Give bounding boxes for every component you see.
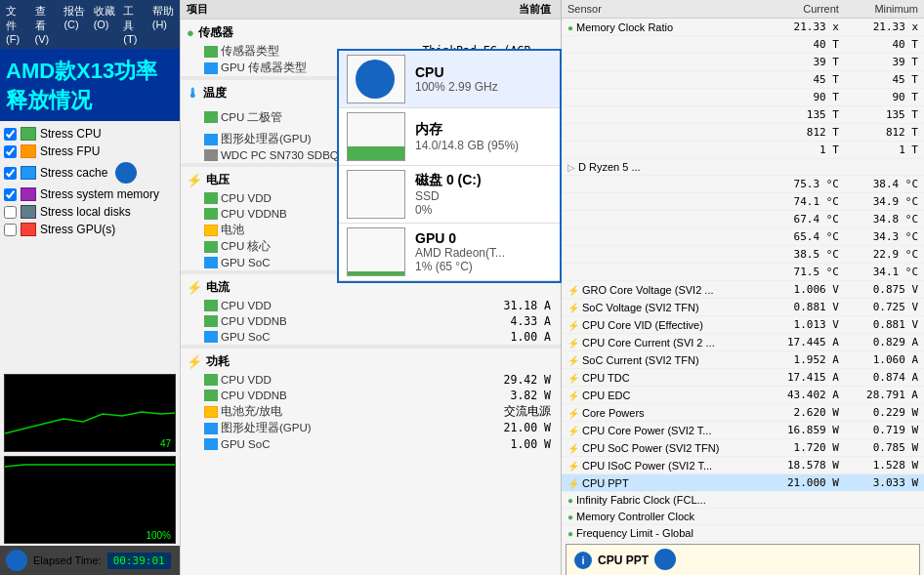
table-row[interactable]: 40 T40 T	[562, 36, 924, 54]
table-row[interactable]: ●Infinity Fabric Clock (FCL...	[562, 492, 924, 509]
overlay-disk-title: 磁盘 0 (C:)	[415, 172, 482, 189]
cpuvddnb-pow-row[interactable]: CPU VDDNB 3.82 W	[181, 388, 561, 403]
table-row[interactable]: 71.5 °C34.1 °C	[562, 264, 924, 281]
table-header-row: Sensor Current Minimum	[562, 0, 924, 19]
sensor-label: D Ryzen 5 ...	[578, 161, 641, 173]
sensor-label	[567, 74, 579, 86]
checkbox-cpu[interactable]	[4, 128, 17, 141]
sensor-label: Memory Clock Ratio	[576, 21, 673, 33]
voltage-section-icon: ⚡	[187, 173, 202, 187]
battery-volt-label: 电池	[204, 223, 244, 237]
table-row[interactable]: 74.1 °C34.9 °C	[562, 193, 924, 211]
col-minimum: Minimum	[845, 0, 924, 19]
table-row[interactable]: 75.3 °C38.4 °C	[562, 176, 924, 193]
table-row[interactable]: ●Memory Clock Ratio21.33 x21.33 x	[562, 19, 924, 36]
menu-view[interactable]: 查看(V)	[35, 4, 57, 45]
sensor-label-cell: ●Frequency Limit - Global	[562, 525, 766, 542]
table-row[interactable]: 67.4 °C34.8 °C	[562, 211, 924, 228]
table-row[interactable]: ⚡SoC Current (SVI2 TFN)1.952 A1.060 A	[562, 351, 924, 369]
gpusoc-pow-row[interactable]: GPU SoC 1.00 W	[181, 436, 561, 452]
sensor-label	[567, 127, 579, 139]
table-row[interactable]: ⚡CPU Core Power (SVI2 T...16.859 W0.719 …	[562, 422, 924, 439]
middle-wrapper: 项目 当前值 ● 传感器 传感器类型 ThinkPad EC (ACP... G…	[181, 0, 562, 575]
checkbox-cache[interactable]	[4, 167, 17, 180]
table-row[interactable]: ⚡CPU SoC Power (SVI2 TFN)1.720 W0.785 W	[562, 439, 924, 457]
menu-tools[interactable]: 工具(T)	[123, 4, 145, 45]
table-row[interactable]: ▷D Ryzen 5 ...	[562, 159, 924, 176]
table-row[interactable]: 38.5 °C22.9 °C	[562, 246, 924, 264]
table-row[interactable]: 90 T90 T	[562, 89, 924, 106]
sensor-current-cell: 39 T	[766, 54, 845, 71]
cpuvddnb-cur-row[interactable]: CPU VDDNB 4.33 A	[181, 313, 561, 329]
gpusoc-cur-row[interactable]: GPU SoC 1.00 A	[181, 329, 561, 345]
checkbox-fpu[interactable]	[4, 145, 17, 158]
menu-file[interactable]: 文件(F)	[6, 4, 27, 45]
check-mem: Stress system memory	[4, 187, 176, 201]
menu-report[interactable]: 报告(C)	[63, 4, 85, 45]
table-row[interactable]: ⚡CPU PPT21.000 W3.033 W	[562, 474, 924, 492]
table-row[interactable]: ●Frequency Limit - Global	[562, 525, 924, 542]
page-title: AMD款X13功率释放情况	[0, 49, 180, 121]
checkbox-mem[interactable]	[4, 188, 17, 201]
temp-section-icon: 🌡	[187, 86, 199, 101]
sensor-current-cell	[766, 159, 845, 176]
sensor-label-cell: ⚡GRO Core Voltage (SVI2 ...	[562, 281, 766, 299]
table-row[interactable]: 45 T45 T	[562, 71, 924, 89]
sensor-current-cell: 135 T	[766, 106, 845, 124]
table-row[interactable]: ⚡CPU ISoC Power (SVI2 T...18.578 W1.528 …	[562, 457, 924, 474]
menu-help[interactable]: 帮助(H)	[152, 4, 174, 45]
sensor-minimum-cell: 34.9 °C	[845, 193, 924, 211]
cpuvdd-pow-icon	[204, 374, 218, 386]
graph-label-1: 47	[160, 438, 171, 449]
sensor-label-cell: ⚡CPU TDC	[562, 369, 766, 387]
checkbox-gpu[interactable]	[4, 224, 17, 236]
table-row[interactable]: ⚡Core Powers2.620 W0.229 W	[562, 404, 924, 422]
sensor-orange-icon: ⚡	[567, 320, 579, 331]
sensor-orange-icon: ⚡	[567, 443, 579, 454]
table-row[interactable]: ⚡GRO Core Voltage (SVI2 ...1.006 V0.875 …	[562, 281, 924, 299]
gpu-icon	[21, 223, 36, 236]
table-row[interactable]: 1 T1 T	[562, 142, 924, 159]
graph-label-2: 100%	[146, 530, 171, 541]
cpuvdd-cur-row[interactable]: CPU VDD 31.18 A	[181, 298, 561, 313]
sensor-minimum-cell: 40 T	[845, 36, 924, 54]
sensor-label: Frequency Limit - Global	[576, 527, 693, 539]
section-power-label: 功耗	[206, 353, 230, 370]
current-section-icon: ⚡	[187, 280, 202, 295]
table-row[interactable]: 812 T812 T	[562, 124, 924, 142]
sensor-label	[567, 109, 579, 121]
table-row[interactable]: ⚡CPU Core Current (SVI 2 ...17.445 A0.82…	[562, 334, 924, 351]
cpuvdd-pow-row[interactable]: CPU VDD 29.42 W	[181, 372, 561, 388]
table-row[interactable]: ⚡CPU TDC17.415 A0.874 A	[562, 369, 924, 387]
table-row[interactable]: ⚡SoC Voltage (SVI2 TFN)0.881 V0.725 V	[562, 299, 924, 316]
sensor-current-cell	[766, 492, 845, 509]
sensor-label-cell	[562, 211, 766, 228]
ssd-temp-icon	[204, 149, 218, 161]
sensor-current-cell: 2.620 W	[766, 404, 845, 422]
gpusoc-pow-value: 1.00 W	[510, 437, 551, 451]
sensor-minimum-cell: 34.3 °C	[845, 228, 924, 246]
gpu-pow-row[interactable]: 图形处理器(GPU) 21.00 W	[181, 420, 561, 436]
sensor-orange-icon: ⚡	[567, 355, 579, 366]
cpuvddnb-pow-label: CPU VDDNB	[204, 389, 287, 402]
table-row[interactable]: ⚡CPU EDC43.402 A28.791 A	[562, 387, 924, 404]
table-row[interactable]: ⚡CPU Core VID (Effective)1.013 V0.881 V	[562, 316, 924, 334]
sensor-label-cell	[562, 89, 766, 106]
sensor-label: CPU EDC	[582, 390, 631, 401]
sensor-minimum-cell: 34.1 °C	[845, 264, 924, 281]
menu-favorites[interactable]: 收藏(O)	[94, 4, 116, 45]
overlay-disk-info: 磁盘 0 (C:) SSD 0%	[415, 172, 482, 217]
sensor-current-cell: 1.013 V	[766, 316, 845, 334]
table-row[interactable]: ●Memory Controller Clock	[562, 509, 924, 525]
sensor-minimum-cell: 135 T	[845, 106, 924, 124]
overlay-cpu-bar	[347, 55, 405, 103]
right-indicator-dot	[654, 549, 676, 572]
checkbox-disk[interactable]	[4, 206, 17, 219]
sensor-label	[567, 231, 579, 243]
table-row[interactable]: 135 T135 T	[562, 106, 924, 124]
sensor-label	[567, 196, 579, 208]
battery-pow-row[interactable]: 电池充/放电 交流电源	[181, 403, 561, 420]
table-row[interactable]: 65.4 °C34.3 °C	[562, 228, 924, 246]
gpu-pow-label: 图形处理器(GPU)	[204, 421, 312, 435]
table-row[interactable]: 39 T39 T	[562, 54, 924, 71]
